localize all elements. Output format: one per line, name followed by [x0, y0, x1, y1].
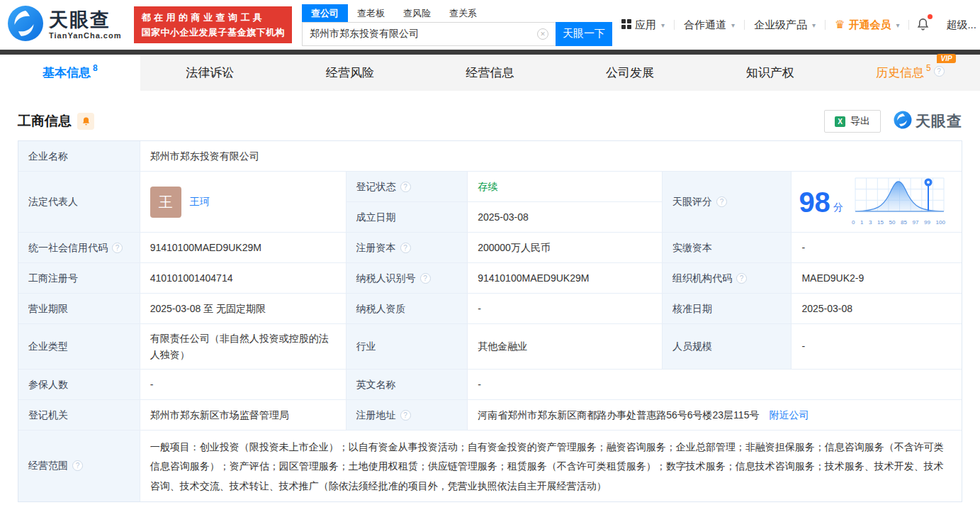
tick: 100 [936, 218, 945, 227]
field-label-taxpayer-quality: 纳税人资质 [347, 294, 468, 324]
label-text: 经营范围 [28, 458, 68, 473]
tab-label: 法律诉讼 [186, 65, 234, 82]
field-value-business-term: 2025-03-08 至 无固定期限 [140, 294, 347, 324]
table-row: 经营范围 一般项目：创业投资（限投资未上市企业）；以自有资金从事投资活动；自有资… [18, 431, 962, 501]
menu-label-super: 超级... [946, 18, 976, 32]
menu-item-enterprise[interactable]: 企业级产品 [745, 18, 825, 32]
score-curve-chart[interactable]: 0 1 3 15 50 85 97 99 100 [852, 177, 945, 227]
field-value-reg-authority: 郑州市郑东新区市场监督管理局 [140, 400, 347, 431]
field-value-reg-status: 存续 [468, 172, 663, 202]
brand-domain: TianYanCha.com [49, 32, 121, 40]
field-label-taxpayer-id: 纳税人识别号 [347, 263, 468, 294]
search-tab-company[interactable]: 查公司 [302, 4, 348, 22]
help-icon[interactable] [736, 273, 747, 284]
menu-item-super[interactable]: 超级... [937, 18, 980, 32]
tianyancha-logo[interactable]: 天眼查 TianYanCha.com [7, 5, 121, 45]
field-value-insured-count: - [140, 370, 347, 400]
avatar[interactable]: 王 [150, 187, 181, 218]
monitor-bell-icon[interactable] [77, 113, 94, 130]
notification-dot [928, 14, 933, 19]
menu-item-apps[interactable]: 应用 [612, 18, 674, 32]
tab-company-development[interactable]: 公司发展 [560, 55, 700, 91]
top-menu: 应用 合作通道 企业级产品 开通会员 超级... [612, 17, 980, 33]
chevron-down-icon [731, 21, 735, 29]
table-row: 营业期限 2025-03-08 至 无固定期限 纳税人资质 - 核准日期 202… [18, 294, 962, 324]
field-label-staff-size: 人员规模 [663, 324, 792, 370]
search-tab-relation[interactable]: 查关系 [440, 4, 486, 22]
search-tabs: 查公司 查老板 查风险 查关系 [302, 4, 612, 22]
field-value-taxpayer-quality: - [468, 294, 663, 324]
field-value-english-name: - [468, 370, 962, 400]
search-button[interactable]: 天眼一下 [556, 22, 612, 46]
business-info-table: 企业名称 郑州市郑东投资有限公司 法定代表人 王 王珂 登记状态 存续 成立日期… [18, 140, 962, 502]
tick: 1 [860, 218, 863, 227]
field-value-reg-number: 410101001404714 [140, 263, 347, 294]
field-label-industry: 行业 [347, 324, 468, 370]
help-icon[interactable] [400, 410, 411, 421]
field-label-credit-code: 统一社会信用代码 [18, 233, 140, 263]
field-value-business-scope: 一般项目：创业投资（限投资未上市企业）；以自有资金从事投资活动；自有资金投资的资… [140, 431, 962, 501]
search-tab-risk[interactable]: 查风险 [394, 4, 440, 22]
search-tab-boss[interactable]: 查老板 [348, 4, 394, 22]
table-row: 法定代表人 王 王珂 登记状态 存续 成立日期 2025-03-08 天眼评分 … [18, 172, 962, 233]
field-value-reg-capital: 200000万人民币 [468, 233, 663, 263]
field-label-english-name: 英文名称 [347, 370, 468, 400]
menu-item-partner[interactable]: 合作通道 [675, 18, 744, 32]
site-header: 天眼查 TianYanCha.com 都在用的商业查询工具 国家中小企业发展子基… [0, 0, 980, 50]
menu-label-partner: 合作通道 [684, 18, 726, 32]
field-label-company-type: 企业类型 [18, 324, 140, 370]
tab-count: 5 [926, 63, 931, 73]
address-text: 河南省郑州市郑东新区商都路办事处普惠路56号6号楼23层115号 [478, 408, 759, 423]
tab-basic-info[interactable]: 基本信息 8 [0, 55, 140, 91]
field-value-approval-date: 2025-03-08 [792, 294, 962, 324]
field-value-credit-code: 91410100MAED9UK29M [140, 233, 347, 263]
menu-label-vip: 开通会员 [848, 18, 891, 32]
tab-label: 经营信息 [466, 65, 514, 82]
field-label-insured-count: 参保人数 [18, 370, 140, 400]
tick: 0 [852, 218, 855, 227]
field-label-paid-capital: 实缴资本 [663, 233, 792, 263]
tab-label: 基本信息 [43, 65, 91, 82]
help-icon[interactable] [112, 243, 123, 253]
help-icon[interactable] [400, 243, 411, 253]
tab-label: 经营风险 [326, 65, 374, 82]
help-icon[interactable] [72, 460, 83, 471]
tab-legal-proceedings[interactable]: 法律诉讼 [140, 55, 281, 91]
field-value-staff-size: - [792, 324, 962, 370]
export-button[interactable]: 导出 [824, 110, 881, 133]
brand-name: 天眼查 [49, 11, 121, 30]
tab-history-info[interactable]: VIP 历史信息 5 [840, 55, 980, 91]
search-area: 查公司 查老板 查风险 查关系 天眼一下 [302, 4, 612, 46]
field-label-reg-authority: 登记机关 [18, 400, 140, 431]
tab-operating-risk[interactable]: 经营风险 [280, 55, 420, 91]
legal-rep-link[interactable]: 王珂 [190, 194, 210, 209]
tab-label: 知识产权 [746, 65, 794, 82]
menu-item-vip[interactable]: 开通会员 [826, 18, 908, 32]
score-unit: 分 [833, 200, 843, 215]
apps-grid-icon [621, 19, 631, 31]
tab-intellectual-property[interactable]: 知识产权 [700, 55, 840, 91]
tab-operating-info[interactable]: 经营信息 [420, 55, 561, 91]
field-label-reg-address: 注册地址 [347, 400, 468, 431]
search-input[interactable] [302, 22, 556, 46]
field-value-org-code: MAED9UK2-9 [792, 263, 962, 294]
tianyancha-logo-icon [7, 5, 44, 45]
label-text: 组织机构代码 [672, 271, 732, 286]
menu-label-apps: 应用 [635, 18, 656, 32]
help-icon[interactable] [420, 273, 431, 284]
vip-badge: VIP [937, 54, 955, 63]
field-label-reg-capital: 注册资本 [347, 233, 468, 263]
nearby-companies-link[interactable]: 附近公司 [769, 408, 809, 423]
chevron-down-icon [896, 21, 899, 29]
label-text: 天眼评分 [672, 194, 712, 209]
help-icon[interactable] [400, 182, 411, 192]
table-row: 统一社会信用代码 91410100MAED9UK29M 注册资本 200000万… [18, 233, 962, 263]
help-icon[interactable] [934, 66, 945, 77]
help-icon[interactable] [716, 196, 727, 207]
field-label-company-name: 企业名称 [18, 141, 140, 172]
clear-search-icon[interactable] [537, 28, 548, 40]
table-row: 工商注册号 410101001404714 纳税人识别号 91410100MAE… [18, 263, 962, 294]
notification-bell-icon[interactable] [909, 17, 937, 33]
tick: 99 [924, 218, 930, 227]
tick: 50 [889, 218, 896, 227]
